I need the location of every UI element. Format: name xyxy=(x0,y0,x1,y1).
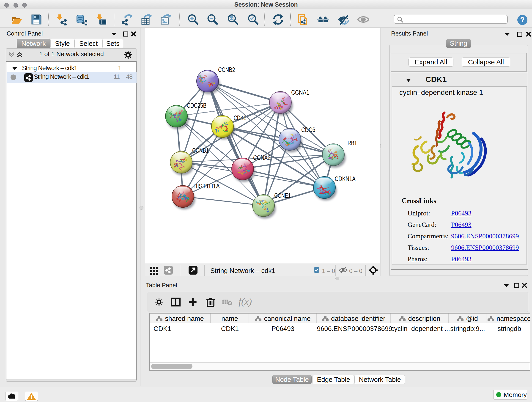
svg-text:CCNE1: CCNE1 xyxy=(274,192,291,199)
svg-text:CDKN1A: CDKN1A xyxy=(335,175,355,182)
svg-text:CCNB2: CCNB2 xyxy=(218,66,235,73)
svg-text:CDC6: CDC6 xyxy=(301,126,315,133)
svg-text:CCNA1: CCNA1 xyxy=(291,89,309,96)
svg-text:CCNB1: CCNB1 xyxy=(192,147,209,154)
svg-text:HIST1H1A: HIST1H1A xyxy=(193,182,220,190)
svg-text:RB1: RB1 xyxy=(348,139,357,147)
svg-text:CCNA2: CCNA2 xyxy=(253,154,271,161)
svg-text:CDC25B: CDC25B xyxy=(187,102,206,109)
svg-text:CDK1: CDK1 xyxy=(234,114,246,121)
